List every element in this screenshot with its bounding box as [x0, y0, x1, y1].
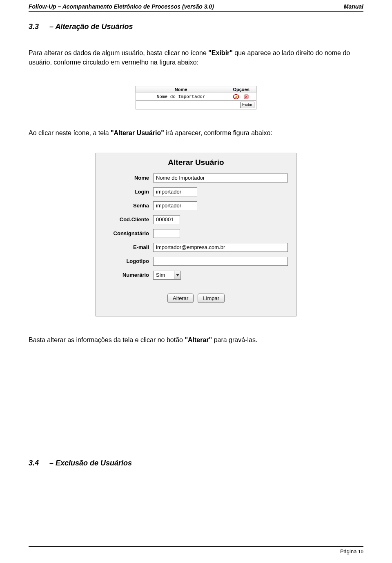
label-logotipo: Logotipo [96, 258, 153, 264]
section-3-3-heading: 3.3 – Alteração de Usuários [29, 22, 363, 31]
paragraph-2: Ao clicar neste ícone, a tela "Alterar U… [29, 128, 363, 138]
exibir-button[interactable]: Exibir [240, 102, 254, 108]
delete-icon[interactable] [243, 94, 249, 100]
label-nome: Nome [96, 175, 153, 181]
section-number: 3.4 [29, 459, 39, 467]
login-field[interactable]: importador [153, 187, 197, 196]
section-title: – Exclusão de Usuários [49, 459, 132, 467]
email-field[interactable]: importador@empresa.com.br [153, 243, 288, 252]
label-login: Login [96, 189, 153, 195]
page-number: 10 [358, 548, 363, 554]
table-row: Nome do Importador [136, 93, 256, 101]
chevron-down-icon [174, 271, 181, 280]
col-opcoes: Opções [226, 86, 256, 93]
header-right: Manual [344, 3, 363, 10]
limpar-button[interactable]: Limpar [198, 294, 225, 303]
label-consignatario: Consignatário [96, 230, 153, 236]
col-nome: Nome [136, 86, 226, 93]
cod-cliente-field[interactable]: 000001 [153, 215, 180, 224]
senha-field[interactable]: importador [153, 201, 197, 210]
cell-opcoes [226, 93, 256, 101]
document-footer: Página 10 [29, 546, 363, 555]
para2-bold: "Alterar Usuário" [111, 129, 164, 136]
section-3-4-heading: 3.4 – Exclusão de Usuários [29, 459, 363, 467]
para3-post: para gravá-las. [212, 336, 257, 343]
nome-field[interactable]: Nome do Importador [153, 174, 288, 182]
para3-bold: "Alterar" [185, 336, 212, 343]
section-number: 3.3 [29, 22, 39, 31]
para3-pre: Basta alterar as informações da tela e c… [29, 336, 185, 343]
label-email: E-mail [96, 244, 153, 250]
exibir-cell: Exibir [136, 101, 256, 109]
edit-icon[interactable] [233, 94, 239, 100]
label-cod-cliente: Cod.Cliente [96, 216, 153, 223]
para2-post: irá aparecer, conforme figura abaixo: [164, 129, 272, 136]
section-title: – Alteração de Usuários [49, 22, 133, 31]
footer-label: Página [340, 548, 358, 554]
consignatario-field[interactable] [153, 229, 180, 238]
document-header: Follow-Up – Acompanhamento Eletrônico de… [29, 0, 363, 12]
logotipo-field[interactable] [153, 257, 288, 266]
para1-pre: Para alterar os dados de algum usuário, … [29, 49, 208, 56]
paragraph-1: Para alterar os dados de algum usuário, … [29, 48, 363, 67]
header-left: Follow-Up – Acompanhamento Eletrônico de… [29, 3, 214, 10]
alterar-usuario-panel: Alterar Usuário Nome Nome do Importador … [96, 153, 296, 316]
label-senha: Senha [96, 203, 153, 209]
panel-title: Alterar Usuário [96, 153, 296, 174]
numerario-value: Sim [153, 271, 174, 280]
paragraph-3: Basta alterar as informações da tela e c… [29, 335, 363, 345]
para1-bold: "Exibir" [208, 49, 233, 56]
numerario-select[interactable]: Sim [153, 271, 181, 280]
cell-nome: Nome do Importador [136, 93, 226, 101]
para2-pre: Ao clicar neste ícone, a tela [29, 129, 111, 136]
user-list-table: Nome Opções Nome do Importador Exibir [136, 86, 256, 109]
alterar-button[interactable]: Alterar [167, 294, 194, 303]
user-list-screenshot: Nome Opções Nome do Importador Exibir [136, 86, 256, 109]
label-numerario: Numerário [96, 272, 153, 278]
